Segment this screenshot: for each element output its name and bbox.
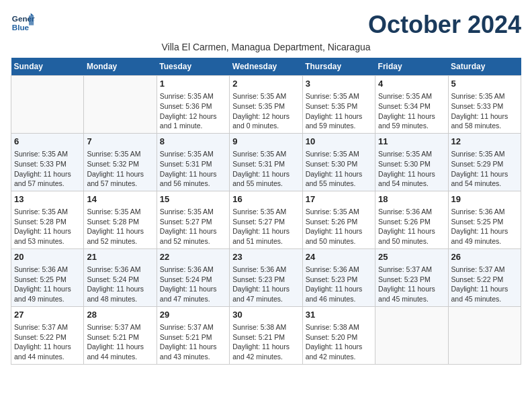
calendar-table: SundayMondayTuesdayWednesdayThursdayFrid… <box>11 58 521 365</box>
day-info: Sunrise: 5:36 AM Sunset: 5:24 PM Dayligh… <box>160 265 226 304</box>
day-info: Sunrise: 5:35 AM Sunset: 5:34 PM Dayligh… <box>378 91 445 131</box>
day-info: Sunrise: 5:37 AM Sunset: 5:22 PM Dayligh… <box>451 265 518 304</box>
calendar-cell: 23Sunrise: 5:36 AM Sunset: 5:23 PM Dayli… <box>230 248 302 306</box>
day-info: Sunrise: 5:35 AM Sunset: 5:36 PM Dayligh… <box>160 91 226 131</box>
day-info: Sunrise: 5:36 AM Sunset: 5:26 PM Dayligh… <box>378 207 445 246</box>
day-info: Sunrise: 5:35 AM Sunset: 5:35 PM Dayligh… <box>232 91 299 131</box>
day-info: Sunrise: 5:38 AM Sunset: 5:20 PM Dayligh… <box>306 322 372 362</box>
week-row-2: 6Sunrise: 5:35 AM Sunset: 5:33 PM Daylig… <box>11 133 521 191</box>
day-number: 22 <box>160 251 226 263</box>
week-row-3: 13Sunrise: 5:35 AM Sunset: 5:28 PM Dayli… <box>11 191 521 248</box>
day-number: 29 <box>160 309 226 321</box>
calendar-cell: 29Sunrise: 5:37 AM Sunset: 5:21 PM Dayli… <box>157 306 229 364</box>
day-info: Sunrise: 5:35 AM Sunset: 5:31 PM Dayligh… <box>232 149 299 189</box>
day-number: 16 <box>232 193 299 205</box>
logo-icon: General Blue <box>11 11 35 35</box>
calendar-cell: 21Sunrise: 5:36 AM Sunset: 5:24 PM Dayli… <box>84 248 157 306</box>
calendar-cell: 25Sunrise: 5:37 AM Sunset: 5:23 PM Dayli… <box>375 248 448 306</box>
day-info: Sunrise: 5:38 AM Sunset: 5:21 PM Dayligh… <box>232 322 299 362</box>
day-info: Sunrise: 5:36 AM Sunset: 5:23 PM Dayligh… <box>306 265 372 304</box>
calendar-cell: 8Sunrise: 5:35 AM Sunset: 5:31 PM Daylig… <box>157 133 229 191</box>
weekday-header-saturday: Saturday <box>448 58 521 76</box>
day-number: 17 <box>306 193 372 205</box>
week-row-4: 20Sunrise: 5:36 AM Sunset: 5:25 PM Dayli… <box>11 248 521 306</box>
calendar-cell <box>375 306 448 364</box>
week-row-5: 27Sunrise: 5:37 AM Sunset: 5:22 PM Dayli… <box>11 306 521 364</box>
day-info: Sunrise: 5:37 AM Sunset: 5:23 PM Dayligh… <box>378 265 445 304</box>
calendar-cell: 31Sunrise: 5:38 AM Sunset: 5:20 PM Dayli… <box>302 306 375 364</box>
day-number: 21 <box>87 251 153 263</box>
calendar-cell <box>84 76 157 134</box>
svg-marker-2 <box>29 15 34 25</box>
day-info: Sunrise: 5:35 AM Sunset: 5:33 PM Dayligh… <box>451 91 518 131</box>
calendar-cell: 30Sunrise: 5:38 AM Sunset: 5:21 PM Dayli… <box>230 306 302 364</box>
calendar-cell: 22Sunrise: 5:36 AM Sunset: 5:24 PM Dayli… <box>157 248 229 306</box>
day-number: 23 <box>232 251 299 263</box>
calendar-cell: 24Sunrise: 5:36 AM Sunset: 5:23 PM Dayli… <box>302 248 375 306</box>
day-number: 18 <box>378 193 445 205</box>
day-number: 31 <box>306 309 372 321</box>
day-info: Sunrise: 5:35 AM Sunset: 5:30 PM Dayligh… <box>306 149 372 189</box>
weekday-header-sunday: Sunday <box>11 58 84 76</box>
calendar-cell: 11Sunrise: 5:35 AM Sunset: 5:30 PM Dayli… <box>375 133 448 191</box>
day-number: 6 <box>14 136 81 148</box>
calendar-cell <box>448 306 521 364</box>
calendar-cell: 9Sunrise: 5:35 AM Sunset: 5:31 PM Daylig… <box>230 133 302 191</box>
day-info: Sunrise: 5:35 AM Sunset: 5:28 PM Dayligh… <box>87 207 153 246</box>
calendar-cell: 12Sunrise: 5:35 AM Sunset: 5:29 PM Dayli… <box>448 133 521 191</box>
day-number: 12 <box>451 136 518 148</box>
month-title: October 2024 <box>368 11 521 39</box>
day-number: 25 <box>378 251 445 263</box>
logo: General Blue <box>11 11 35 35</box>
weekday-header-wednesday: Wednesday <box>230 58 302 76</box>
day-number: 20 <box>14 251 81 263</box>
weekday-header-thursday: Thursday <box>302 58 375 76</box>
day-info: Sunrise: 5:35 AM Sunset: 5:26 PM Dayligh… <box>306 207 372 246</box>
day-info: Sunrise: 5:36 AM Sunset: 5:24 PM Dayligh… <box>87 265 153 304</box>
day-number: 9 <box>232 136 299 148</box>
day-info: Sunrise: 5:35 AM Sunset: 5:29 PM Dayligh… <box>451 149 518 189</box>
calendar-cell: 4Sunrise: 5:35 AM Sunset: 5:34 PM Daylig… <box>375 76 448 134</box>
day-number: 7 <box>87 136 153 148</box>
day-info: Sunrise: 5:35 AM Sunset: 5:33 PM Dayligh… <box>14 149 81 189</box>
page-subtitle: Villa El Carmen, Managua Department, Nic… <box>11 42 521 52</box>
day-info: Sunrise: 5:36 AM Sunset: 5:23 PM Dayligh… <box>232 265 299 304</box>
page-header: General Blue October 2024 <box>11 11 521 39</box>
calendar-cell: 7Sunrise: 5:35 AM Sunset: 5:32 PM Daylig… <box>84 133 157 191</box>
calendar-cell: 2Sunrise: 5:35 AM Sunset: 5:35 PM Daylig… <box>230 76 302 134</box>
calendar-cell: 13Sunrise: 5:35 AM Sunset: 5:28 PM Dayli… <box>11 191 84 248</box>
weekday-header-monday: Monday <box>84 58 157 76</box>
day-info: Sunrise: 5:35 AM Sunset: 5:31 PM Dayligh… <box>160 149 226 189</box>
calendar-cell <box>11 76 84 134</box>
svg-text:Blue: Blue <box>12 23 30 32</box>
weekday-header-tuesday: Tuesday <box>157 58 229 76</box>
calendar-cell: 1Sunrise: 5:35 AM Sunset: 5:36 PM Daylig… <box>157 76 229 134</box>
day-number: 4 <box>378 78 445 90</box>
day-info: Sunrise: 5:36 AM Sunset: 5:25 PM Dayligh… <box>14 265 81 304</box>
day-number: 5 <box>451 78 518 90</box>
day-number: 11 <box>378 136 445 148</box>
day-info: Sunrise: 5:35 AM Sunset: 5:27 PM Dayligh… <box>232 207 299 246</box>
day-number: 2 <box>232 78 299 90</box>
day-number: 3 <box>306 78 372 90</box>
day-number: 8 <box>160 136 226 148</box>
calendar-cell: 10Sunrise: 5:35 AM Sunset: 5:30 PM Dayli… <box>302 133 375 191</box>
calendar-cell: 17Sunrise: 5:35 AM Sunset: 5:26 PM Dayli… <box>302 191 375 248</box>
day-info: Sunrise: 5:35 AM Sunset: 5:32 PM Dayligh… <box>87 149 153 189</box>
week-row-1: 1Sunrise: 5:35 AM Sunset: 5:36 PM Daylig… <box>11 76 521 134</box>
day-number: 30 <box>232 309 299 321</box>
calendar-cell: 6Sunrise: 5:35 AM Sunset: 5:33 PM Daylig… <box>11 133 84 191</box>
day-info: Sunrise: 5:35 AM Sunset: 5:28 PM Dayligh… <box>14 207 81 246</box>
weekday-header-row: SundayMondayTuesdayWednesdayThursdayFrid… <box>11 58 521 76</box>
calendar-cell: 20Sunrise: 5:36 AM Sunset: 5:25 PM Dayli… <box>11 248 84 306</box>
calendar-cell: 26Sunrise: 5:37 AM Sunset: 5:22 PM Dayli… <box>448 248 521 306</box>
day-number: 26 <box>451 251 518 263</box>
day-info: Sunrise: 5:37 AM Sunset: 5:21 PM Dayligh… <box>87 322 153 362</box>
weekday-header-friday: Friday <box>375 58 448 76</box>
day-number: 15 <box>160 193 226 205</box>
calendar-cell: 3Sunrise: 5:35 AM Sunset: 5:35 PM Daylig… <box>302 76 375 134</box>
calendar-cell: 19Sunrise: 5:36 AM Sunset: 5:25 PM Dayli… <box>448 191 521 248</box>
calendar-cell: 5Sunrise: 5:35 AM Sunset: 5:33 PM Daylig… <box>448 76 521 134</box>
day-info: Sunrise: 5:35 AM Sunset: 5:30 PM Dayligh… <box>378 149 445 189</box>
day-number: 14 <box>87 193 153 205</box>
